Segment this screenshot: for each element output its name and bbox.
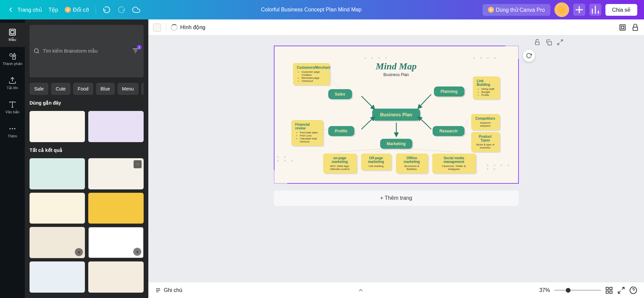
search-input[interactable]: [43, 48, 128, 54]
add-button[interactable]: [573, 4, 585, 16]
template-thumb[interactable]: ⋯: [88, 158, 144, 189]
nav-rail: Mẫu Thành phần Tải lên Văn bản Thêm: [0, 19, 25, 298]
node-planning[interactable]: Planning: [434, 86, 464, 97]
unlock-page-button[interactable]: [534, 39, 541, 46]
nav-uploads-label: Tải lên: [7, 86, 18, 90]
nav-templates-label: Mẫu: [9, 38, 16, 42]
template-thumb[interactable]: ♛: [30, 227, 85, 258]
node-sales[interactable]: Sales: [328, 89, 352, 99]
insights-button[interactable]: [589, 4, 601, 16]
pro-badge-icon: ♛: [133, 248, 141, 256]
chip-blue[interactable]: Blue: [96, 83, 115, 95]
expand-tray-button[interactable]: [354, 287, 367, 294]
node-social[interactable]: Social media management Facebook, Twitte…: [432, 154, 476, 173]
chip-sale[interactable]: Sale: [30, 83, 48, 95]
node-sub: SEO, Meta tags, Website content: [327, 165, 353, 171]
nav-templates[interactable]: Mẫu: [0, 23, 25, 47]
add-page-button[interactable]: + Thêm trang: [274, 190, 519, 206]
svg-point-14: [12, 128, 13, 129]
svg-rect-23: [633, 27, 638, 31]
node-offpage[interactable]: Off-page marketing Link building: [361, 154, 391, 170]
duplicate-page-button[interactable]: [545, 39, 552, 46]
node-items: Hiring staff Budget Profits: [477, 87, 496, 97]
title-text: Mind Map: [376, 61, 416, 72]
template-thumb[interactable]: [30, 193, 85, 224]
node-research[interactable]: Research: [433, 126, 464, 136]
nav-more[interactable]: Thêm: [0, 119, 25, 143]
expand-page-button[interactable]: [557, 39, 563, 46]
node-competitors[interactable]: Competitors Keyword research: [471, 114, 500, 130]
chip-cute[interactable]: Cute: [51, 83, 70, 95]
node-marketing[interactable]: Marketing: [380, 139, 412, 149]
node-items: Customer page Creation Merchant page Che…: [297, 70, 326, 82]
chip-food[interactable]: Food: [73, 83, 93, 95]
help-button[interactable]: [629, 286, 637, 294]
chip-menu[interactable]: Menu: [117, 83, 139, 95]
zoom-slider[interactable]: [554, 290, 601, 291]
zoom-percentage[interactable]: 37%: [539, 287, 550, 293]
page-actions: [534, 39, 563, 46]
template-thumb[interactable]: [88, 111, 144, 142]
node-title: Link Building: [477, 79, 496, 86]
cloud-sync-icon[interactable]: [132, 6, 140, 14]
zoom-slider-thumb[interactable]: [566, 288, 571, 293]
svg-point-16: [34, 49, 38, 53]
node-financial[interactable]: Financial review Find total sales Find L…: [291, 120, 323, 146]
thumb-more-button[interactable]: ⋯: [134, 160, 142, 168]
decoration: [274, 170, 287, 184]
node-offline[interactable]: Offline marketing Brochures & Bulletins: [396, 154, 428, 173]
node-center[interactable]: Business Plan: [372, 109, 420, 121]
svg-rect-31: [606, 287, 608, 290]
svg-rect-5: [9, 29, 15, 35]
recent-section-title: Dùng gần đây: [30, 100, 144, 106]
document-title[interactable]: Colorful Business Concept Plan Mind Map: [147, 7, 476, 13]
svg-line-36: [618, 291, 621, 293]
node-title: Offline marketing: [400, 156, 424, 164]
file-button[interactable]: Tệp: [49, 7, 58, 13]
node-onpage[interactable]: on-page marketing SEO, Meta tags, Websit…: [323, 154, 357, 173]
node-customers[interactable]: Customers/Merchant Customer page Creatio…: [293, 63, 330, 85]
template-thumb[interactable]: [30, 111, 85, 142]
canvas-viewport[interactable]: × × × × × × × × × × × ×× × × ×× × × Mind…: [148, 36, 644, 282]
node-link-building[interactable]: Link Building Hiring staff Budget Profit…: [473, 76, 500, 99]
svg-rect-24: [535, 42, 539, 45]
pro-badge-icon: ♛: [75, 248, 83, 256]
canvas-page[interactable]: × × × × × × × × × × × ×× × × ×× × × Mind…: [274, 46, 519, 184]
user-avatar[interactable]: ☀️: [554, 2, 569, 17]
try-pro-button[interactable]: ♛ Dùng thử Canva Pro: [483, 4, 550, 16]
home-button[interactable]: Trang chủ: [7, 6, 42, 14]
notes-button[interactable]: Ghi chú: [155, 287, 182, 293]
chip-travel[interactable]: Tra: [141, 83, 144, 95]
node-profits[interactable]: Profits: [328, 126, 354, 136]
nav-uploads[interactable]: Tải lên: [0, 71, 25, 95]
svg-rect-25: [548, 42, 552, 45]
template-thumb[interactable]: [30, 261, 85, 293]
fullscreen-button[interactable]: [617, 286, 625, 294]
svg-rect-32: [610, 287, 612, 290]
lock-button[interactable]: [631, 23, 639, 32]
svg-point-15: [14, 128, 15, 129]
redo-button[interactable]: [117, 6, 126, 14]
position-button[interactable]: [618, 23, 627, 32]
svg-line-35: [622, 287, 624, 290]
regenerate-button[interactable]: [523, 50, 535, 62]
nav-text[interactable]: Văn bản: [0, 95, 25, 119]
node-items: Find total sales Find Loss Calculate tot…: [295, 131, 319, 143]
undo-button[interactable]: [103, 6, 111, 14]
template-thumb[interactable]: [88, 193, 144, 224]
resize-button[interactable]: ♛ Đổi cỡ: [65, 7, 89, 13]
templates-icon: [8, 28, 16, 36]
share-button[interactable]: Chia sẻ: [605, 4, 637, 16]
animate-button[interactable]: Hình động: [171, 24, 205, 31]
svg-line-27: [558, 43, 560, 45]
template-thumb[interactable]: [30, 158, 85, 189]
background-color-swatch[interactable]: [153, 23, 161, 32]
grid-view-button[interactable]: [605, 286, 613, 294]
template-thumb[interactable]: [88, 261, 144, 293]
search-box[interactable]: 1: [30, 25, 144, 77]
node-product-types[interactable]: Product Types Niche & type of business: [471, 132, 500, 152]
svg-point-7: [10, 54, 12, 56]
nav-elements[interactable]: Thành phần: [0, 47, 25, 71]
filter-button[interactable]: 1: [132, 47, 140, 55]
template-thumb[interactable]: ♛: [88, 227, 144, 258]
